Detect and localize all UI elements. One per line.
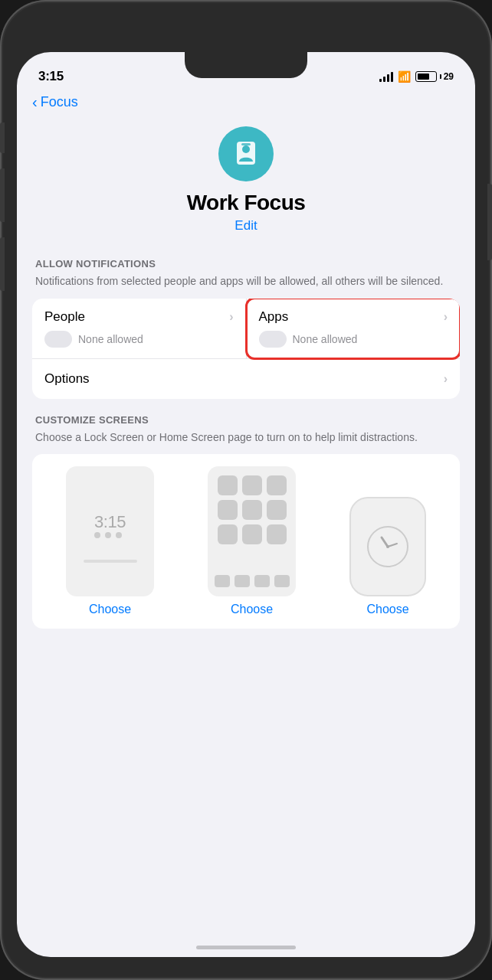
notifications-row: People › None allowed (32, 299, 460, 359)
phone-screen: 3:15 📶 29 (17, 52, 475, 957)
apps-label: Apps (259, 309, 289, 325)
volume-up-button (0, 168, 5, 222)
back-chevron-icon: ‹ (32, 93, 38, 111)
lock-screen-preview: 3:15 (66, 466, 154, 596)
screens-card: 3:15 Choose (32, 454, 460, 629)
people-none-allowed: None allowed (78, 333, 143, 345)
notifications-card: People › None allowed (32, 299, 460, 399)
status-time: 3:15 (38, 69, 64, 84)
volume-down-button (0, 237, 5, 291)
watch-preview (349, 497, 426, 596)
app-icon (242, 475, 262, 495)
app-grid (215, 475, 288, 544)
wifi-icon: 📶 (398, 70, 411, 83)
customize-screens-desc: Choose a Lock Screen or Home Screen page… (32, 430, 460, 446)
watch-face-svg (365, 524, 411, 570)
allow-notifications-desc: Notifications from selected people and a… (32, 274, 460, 289)
back-label[interactable]: Focus (41, 94, 78, 110)
apps-chevron-icon: › (444, 310, 448, 324)
edit-button[interactable]: Edit (235, 218, 257, 234)
app-icon (218, 475, 238, 495)
battery-icon: 29 (415, 71, 454, 82)
apps-cell[interactable]: Apps › None allowed (247, 299, 461, 358)
lock-screen-time: 3:15 (94, 512, 126, 532)
app-icon (242, 500, 262, 520)
people-chevron-icon: › (229, 310, 233, 324)
svg-rect-2 (241, 143, 251, 145)
dock-icon (274, 575, 290, 587)
page-header: Work Focus Edit (32, 126, 460, 234)
apps-toggle[interactable] (259, 331, 287, 348)
screens-grid: 3:15 Choose (44, 466, 448, 616)
focus-icon (218, 126, 274, 181)
dock-bar (215, 575, 290, 587)
home-screen-item: Choose (208, 466, 296, 616)
home-indicator (196, 946, 296, 949)
apps-highlight-border (245, 299, 461, 360)
lock-dots (94, 532, 126, 538)
signal-icon (379, 71, 393, 82)
back-navigation[interactable]: ‹ Focus (32, 90, 460, 111)
watch-choose[interactable]: Choose (366, 603, 408, 616)
dock-icon (254, 575, 270, 587)
people-label: People (44, 309, 85, 325)
options-label: Options (44, 371, 90, 387)
allow-notifications-section: ALLOW NOTIFICATIONS Notifications from s… (32, 258, 460, 399)
app-icon (218, 500, 238, 520)
people-value: None allowed (44, 331, 234, 348)
customize-screens-section: CUSTOMIZE SCREENS Choose a Lock Screen o… (32, 414, 460, 629)
power-button (487, 184, 492, 260)
status-icons: 📶 29 (379, 70, 454, 83)
scroll-content: ‹ Focus Work Focus Edit ALLOW NO (17, 90, 475, 957)
watch-item: Choose (349, 497, 426, 616)
watch-face (365, 524, 411, 570)
dock-icon (215, 575, 230, 587)
mute-button (0, 122, 5, 153)
people-toggle[interactable] (44, 331, 72, 348)
svg-point-6 (386, 545, 389, 548)
page-title: Work Focus (187, 191, 306, 215)
people-cell[interactable]: People › None allowed (32, 299, 247, 358)
lock-screen-item: 3:15 Choose (66, 466, 154, 616)
app-icon (267, 524, 287, 544)
allow-notifications-label: ALLOW NOTIFICATIONS (32, 258, 460, 270)
customize-screens-label: CUSTOMIZE SCREENS (32, 414, 460, 426)
person-badge-icon (231, 139, 261, 169)
home-screen-preview (208, 466, 296, 596)
app-icon (267, 475, 287, 495)
options-row[interactable]: Options › (32, 359, 460, 399)
app-icon (267, 500, 287, 520)
dock-icon (235, 575, 250, 587)
options-chevron-icon: › (444, 372, 448, 386)
svg-point-1 (242, 145, 250, 153)
apps-none-allowed: None allowed (293, 333, 358, 345)
home-screen-choose[interactable]: Choose (231, 603, 273, 616)
battery-percent: 29 (444, 71, 454, 82)
svg-line-4 (382, 537, 388, 547)
apps-value: None allowed (259, 331, 448, 348)
notch (185, 52, 307, 78)
app-icon (242, 524, 262, 544)
lock-line (84, 560, 137, 563)
phone-frame: 3:15 📶 29 (0, 0, 492, 980)
app-icon (218, 524, 238, 544)
lock-screen-choose[interactable]: Choose (89, 603, 131, 616)
